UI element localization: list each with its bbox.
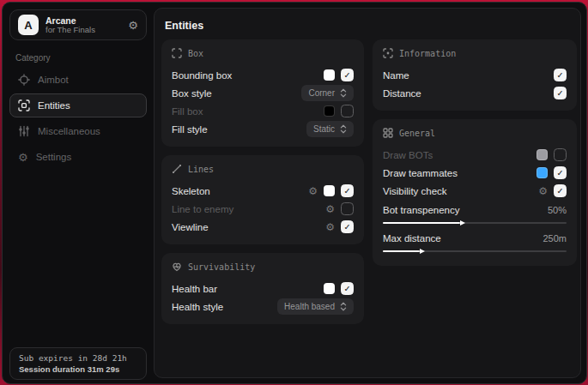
card-title: Box: [188, 49, 203, 58]
gear-icon[interactable]: ⚙: [325, 222, 335, 232]
subscription-info: Sub expires in 28d 21h Session duration …: [9, 347, 147, 380]
checkbox[interactable]: [554, 69, 567, 81]
sidebar-item-settings[interactable]: ⚙ Settings: [9, 145, 147, 169]
category-label: Category: [15, 53, 154, 63]
setting-label: Viewline: [172, 222, 209, 232]
information-card: Information Name Distance: [373, 39, 577, 111]
slider-value: 250m: [543, 233, 567, 244]
dropdown-value: Health based: [284, 302, 335, 311]
sidebar-item-miscellaneous[interactable]: Miscellaneous: [9, 119, 147, 143]
setting-row-distance: Distance: [383, 84, 567, 102]
slider-thumb[interactable]: [420, 249, 425, 254]
card-title: Information: [399, 49, 456, 58]
survivability-card-header: Survivability: [172, 262, 354, 272]
setting-label: Skeleton: [172, 186, 210, 196]
gear-icon: ⚙: [18, 152, 28, 163]
setting-row-health-style: Health style Health based: [172, 298, 354, 316]
setting-label: Name: [383, 70, 409, 81]
slider-value: 50%: [548, 205, 567, 215]
fill-style-dropdown[interactable]: Static: [306, 121, 354, 137]
color-swatch[interactable]: [324, 69, 335, 81]
sidebar-item-aimbot[interactable]: Aimbot: [9, 68, 147, 92]
setting-label: Box style: [172, 88, 212, 99]
setting-label: Draw teammates: [383, 168, 458, 178]
checkbox[interactable]: [554, 166, 567, 179]
sub-expiry-text: Sub expires in 28d 21h: [19, 353, 137, 363]
chevrons-up-down-icon: [340, 124, 347, 134]
slider-thumb[interactable]: [460, 220, 465, 226]
color-swatch[interactable]: [324, 185, 335, 196]
brand-header: A Arcane for The Finals ⚙: [9, 9, 147, 40]
session-duration-text: Session duration 31m 29s: [19, 364, 137, 374]
checkbox[interactable]: [554, 184, 567, 197]
setting-row-line-to-enemy: Line to enemy ⚙: [172, 200, 354, 218]
setting-row-health-bar: Health bar: [172, 280, 354, 298]
checkbox[interactable]: [341, 184, 354, 197]
bot-transparency-slider[interactable]: [383, 222, 567, 224]
setting-label: Visibility check: [383, 186, 447, 196]
box-corners-icon: [172, 48, 182, 58]
box-card-header: Box: [172, 48, 354, 58]
setting-row-fill-box: Fill box: [172, 102, 354, 120]
slider-fill: [383, 222, 460, 224]
card-title: Lines: [188, 165, 214, 174]
checkbox[interactable]: [341, 105, 354, 117]
scan-icon: [18, 99, 30, 111]
checkbox[interactable]: [554, 148, 567, 161]
general-card-header: General: [383, 128, 567, 138]
app-name: Arcane: [45, 15, 95, 26]
max-distance-setting: Max distance 250m: [383, 229, 567, 252]
checkbox[interactable]: [554, 87, 567, 99]
box-style-dropdown[interactable]: Corner: [301, 85, 354, 101]
gear-icon[interactable]: ⚙: [325, 204, 335, 214]
line-icon: [172, 164, 182, 174]
gear-icon[interactable]: ⚙: [128, 19, 138, 32]
color-swatch[interactable]: [324, 105, 335, 117]
gear-icon[interactable]: ⚙: [538, 186, 548, 196]
color-swatch[interactable]: [536, 149, 548, 160]
dropdown-value: Static: [313, 124, 335, 134]
color-swatch[interactable]: [536, 167, 548, 178]
setting-label: Health style: [172, 302, 223, 312]
slider-fill: [383, 250, 420, 252]
sidebar-item-entities[interactable]: Entities: [9, 93, 147, 117]
sidebar-item-label: Settings: [36, 152, 72, 162]
max-distance-slider[interactable]: [383, 250, 567, 252]
checkbox[interactable]: [341, 220, 354, 233]
sidebar: A Arcane for The Finals ⚙ Category Aimbo…: [3, 3, 154, 383]
setting-label: Line to enemy: [172, 204, 233, 214]
crosshair-icon: [18, 74, 30, 86]
gear-icon[interactable]: ⚙: [308, 186, 318, 196]
scan-eye-icon: [383, 48, 393, 58]
sidebar-item-label: Miscellaneous: [38, 126, 100, 136]
checkbox[interactable]: [341, 202, 354, 215]
information-card-header: Information: [383, 48, 567, 58]
checkbox[interactable]: [341, 282, 354, 295]
main-panel: Entities Box Bounding box: [154, 8, 581, 378]
health-style-dropdown[interactable]: Health based: [277, 298, 354, 315]
chevrons-up-down-icon: [340, 88, 347, 98]
setting-row-draw-bots: Draw BOTs: [383, 146, 567, 164]
lines-card-header: Lines: [172, 164, 354, 174]
general-card: General Draw BOTs Draw teammates: [373, 119, 577, 266]
card-title: General: [399, 129, 435, 138]
lines-card: Lines Skeleton ⚙ Line to enemy ⚙: [161, 155, 364, 244]
page-title: Entities: [165, 20, 203, 32]
app-subtitle: for The Finals: [45, 26, 95, 35]
sliders-icon: [18, 125, 30, 137]
color-swatch[interactable]: [324, 283, 335, 294]
heart-pulse-icon: [172, 262, 182, 272]
setting-label: Max distance: [383, 233, 441, 244]
checkbox[interactable]: [341, 69, 354, 81]
setting-row-fill-style: Fill style Static: [172, 120, 354, 138]
setting-label: Bot transpenency: [383, 205, 460, 215]
sidebar-item-label: Aimbot: [38, 75, 69, 85]
setting-label: Distance: [383, 88, 421, 99]
setting-label: Health bar: [172, 284, 217, 294]
app-window: A Arcane for The Finals ⚙ Category Aimbo…: [2, 2, 587, 384]
grid-icon: [383, 128, 393, 138]
card-title: Survivability: [188, 262, 255, 272]
left-column: Box Bounding box Box style Corner: [161, 39, 364, 324]
dropdown-value: Corner: [308, 88, 335, 98]
setting-label: Fill style: [172, 124, 208, 135]
